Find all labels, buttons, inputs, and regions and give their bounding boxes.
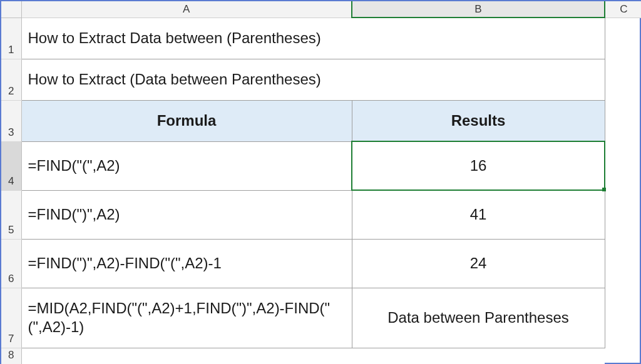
cell-B5[interactable]: 41 xyxy=(352,190,605,239)
cell-C8[interactable] xyxy=(605,348,641,364)
row-header-6[interactable]: 6 xyxy=(1,239,21,288)
row-header-5[interactable]: 5 xyxy=(1,190,21,239)
cell-A8[interactable] xyxy=(21,348,352,364)
cell-A3[interactable]: Formula xyxy=(21,100,352,141)
cell-A2[interactable]: How to Extract (Data between Parentheses… xyxy=(21,59,605,100)
row-4: 4 =FIND("(",A2) 16 xyxy=(1,141,641,190)
row-3: 3 Formula Results xyxy=(1,100,641,141)
row-1: 1 How to Extract Data between (Parenthes… xyxy=(1,18,641,59)
cell-C2[interactable] xyxy=(605,59,641,100)
spreadsheet-frame: { "columns": { "A": "A", "B": "B", "C": … xyxy=(0,0,641,364)
column-header-C[interactable]: C xyxy=(605,1,641,18)
row-6: 6 =FIND(")",A2)-FIND("(",A2)-1 24 xyxy=(1,239,641,288)
cell-C5[interactable] xyxy=(605,190,641,239)
row-5: 5 =FIND(")",A2) 41 xyxy=(1,190,641,239)
row-8: 8 xyxy=(1,348,641,364)
cell-A4[interactable]: =FIND("(",A2) xyxy=(21,141,352,190)
row-header-1[interactable]: 1 xyxy=(1,18,21,59)
cell-C4[interactable] xyxy=(605,141,641,190)
cell-B7[interactable]: Data between Parentheses xyxy=(352,288,605,348)
cell-A6[interactable]: =FIND(")",A2)-FIND("(",A2)-1 xyxy=(21,239,352,288)
row-header-4[interactable]: 4 xyxy=(1,141,21,190)
cell-B6[interactable]: 24 xyxy=(352,239,605,288)
cell-A1[interactable]: How to Extract Data between (Parentheses… xyxy=(21,18,605,59)
cell-A5[interactable]: =FIND(")",A2) xyxy=(21,190,352,239)
cell-C7[interactable] xyxy=(605,288,641,348)
row-header-7[interactable]: 7 xyxy=(1,288,21,348)
row-7: 7 =MID(A2,FIND("(",A2)+1,FIND(")",A2)-FI… xyxy=(1,288,641,348)
cell-C6[interactable] xyxy=(605,239,641,288)
row-2: 2 How to Extract (Data between Parenthes… xyxy=(1,59,641,100)
select-all-corner[interactable] xyxy=(1,1,21,18)
cell-C3[interactable] xyxy=(605,100,641,141)
row-header-2[interactable]: 2 xyxy=(1,59,21,100)
spreadsheet-grid[interactable]: A B C 1 How to Extract Data between (Par… xyxy=(1,1,641,364)
row-header-3[interactable]: 3 xyxy=(1,100,21,141)
cell-B8[interactable] xyxy=(352,348,605,364)
cell-B4-active[interactable]: 16 xyxy=(352,141,605,190)
column-header-B[interactable]: B xyxy=(352,1,605,18)
cell-A7[interactable]: =MID(A2,FIND("(",A2)+1,FIND(")",A2)-FIND… xyxy=(21,288,352,348)
cell-C1[interactable] xyxy=(605,18,641,59)
column-header-A[interactable]: A xyxy=(21,1,352,18)
row-header-8[interactable]: 8 xyxy=(1,348,21,364)
column-header-row: A B C xyxy=(1,1,641,18)
cell-B3[interactable]: Results xyxy=(352,100,605,141)
